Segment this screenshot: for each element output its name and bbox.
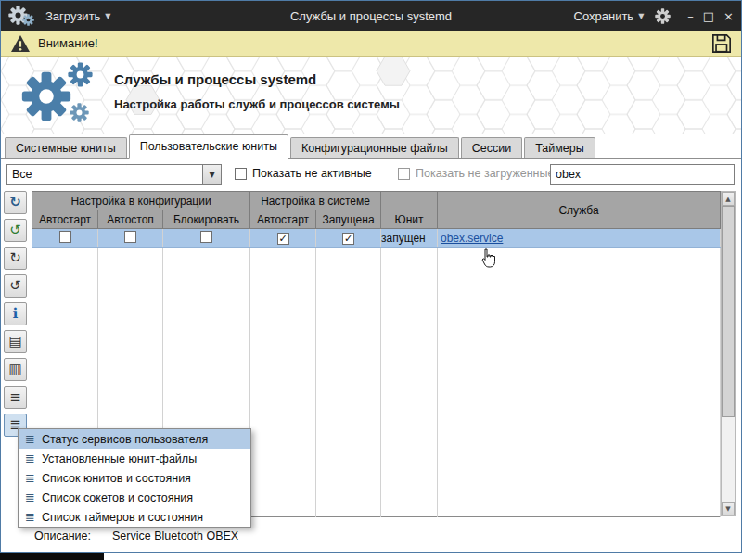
arrow-down-icon: ▼ (725, 505, 730, 513)
list-icon: ≣ (25, 452, 35, 465)
desktop-strip (0, 553, 104, 560)
column-header-autostart-config: Автостарт (32, 210, 98, 229)
scroll-down-button[interactable]: ▼ (722, 502, 735, 515)
description-value: Service Bluetooth OBEX (112, 529, 238, 542)
list-icon: ≣ (25, 491, 35, 503)
edit-unit-button[interactable]: ▥ (4, 358, 27, 381)
app-gears-icon (8, 5, 36, 27)
autostart-config-checkbox[interactable] (59, 231, 71, 243)
page-title: Службы и процессы systemd (114, 71, 400, 87)
group-header-empty (381, 192, 438, 210)
vertical-scrollbar[interactable]: ▲ ▼ (721, 191, 736, 516)
menu-item-units-list[interactable]: ≣ Список юнитов и состояния (19, 468, 250, 488)
settings-gear-icon[interactable] (655, 8, 671, 24)
chevron-down-icon: ▼ (638, 12, 644, 20)
autostart-system-checkbox[interactable] (277, 233, 289, 245)
column-header-autostart-system: Автостарт (250, 210, 316, 229)
undo-button[interactable]: ↺ (4, 274, 27, 298)
arrow-up-icon: ▲ (725, 196, 730, 203)
autostop-checkbox[interactable] (124, 231, 136, 243)
checkbox-box[interactable] (398, 168, 410, 180)
tab-timers[interactable]: Таймеры (524, 137, 595, 158)
page-subtitle: Настройка работы служб и процессов систе… (114, 97, 400, 111)
save-button[interactable]: Сохранить ▼ (574, 9, 645, 23)
list-icon: ≣ (25, 511, 35, 523)
undo-icon: ↺ (9, 279, 21, 293)
menu-item-sockets-list[interactable]: ≣ Список сокетов и состояния (19, 488, 250, 507)
menu-item-installed-unit-files[interactable]: ≣ Установленные юнит-файлы (19, 449, 250, 468)
status-context-menu: ≣ Статус сервисов пользователя ≣ Установ… (18, 428, 251, 528)
list-icon: ≣ (25, 472, 35, 484)
description-label: Описание: (34, 529, 112, 542)
checkbox-label: Показать не загруженные (416, 167, 554, 180)
start-button[interactable]: ↻ (4, 247, 27, 270)
show-inactive-checkbox[interactable]: Показать не активные (235, 167, 372, 180)
scope-dropdown-value: Все (7, 168, 202, 181)
column-header-block: Блокировать (163, 210, 250, 229)
show-unloaded-checkbox[interactable]: Показать не загруженные (398, 167, 554, 180)
checkbox-box[interactable] (235, 168, 247, 180)
chevron-down-icon: ▼ (105, 12, 110, 20)
info-icon: ℹ (13, 307, 19, 321)
app-window: Службы и процессы systemd Загрузить ▼ Со… (0, 0, 742, 553)
list-icon: ≡ (9, 390, 21, 404)
column-header-autostop: Автостоп (98, 210, 163, 229)
scope-dropdown[interactable]: Все ▼ (6, 164, 222, 185)
hero-gears-icon (21, 62, 110, 131)
group-header-system: Настройка в системе (250, 192, 381, 210)
scrollbar-track[interactable] (722, 417, 735, 502)
running-checkbox[interactable] (342, 233, 354, 245)
menu-item-user-services-status[interactable]: ≣ Статус сервисов пользователя (19, 429, 250, 449)
refresh-button[interactable]: ↻ (4, 191, 27, 214)
group-header-config: Настройка в конфигурации (32, 192, 250, 210)
dropdown-button[interactable]: ▼ (202, 165, 221, 184)
tab-user-units[interactable]: Пользовательские юниты (129, 134, 288, 159)
tab-bar: Системные юниты Пользовательские юниты К… (1, 134, 741, 159)
table-row[interactable]: запущен obex.service (32, 229, 721, 248)
desktop: Службы и процессы systemd Загрузить ▼ Со… (0, 0, 742, 560)
save-file-button[interactable] (711, 33, 732, 54)
restart-button[interactable]: ↺ (4, 219, 27, 242)
refresh-icon: ↻ (9, 196, 21, 210)
tab-config-files[interactable]: Конфигурационные файлы (290, 137, 459, 158)
search-input[interactable] (550, 164, 735, 185)
info-button[interactable]: ℹ (4, 302, 27, 325)
titlebar: Службы и процессы systemd Загрузить ▼ Со… (1, 1, 741, 31)
document-icon: ▤ (8, 335, 21, 349)
page-header: Службы и процессы systemd Настройка рабо… (1, 57, 741, 134)
scrollbar-thumb[interactable] (722, 206, 735, 417)
column-header-running: Запущена (316, 210, 381, 229)
unit-state-cell: запущен (381, 229, 438, 248)
tab-sessions[interactable]: Сессии (461, 137, 522, 158)
description-row: Описание: Service Bluetooth OBEX (34, 529, 238, 542)
column-header-unit: Юнит (381, 210, 438, 229)
scroll-up-button[interactable]: ▲ (722, 192, 735, 206)
hand-cursor-icon (480, 248, 495, 268)
menu-item-timers-list[interactable]: ≣ Список таймеров и состояния (19, 507, 250, 527)
checkbox-label: Показать не активные (252, 167, 372, 180)
close-button[interactable]: × (723, 10, 734, 22)
warning-icon (10, 34, 31, 53)
minimize-button[interactable]: – (687, 10, 694, 22)
service-link[interactable]: obex.service (438, 232, 503, 245)
chevron-down-icon: ▼ (209, 171, 214, 179)
warning-text: Внимание! (38, 36, 98, 50)
side-toolbar: ↻ ↺ ↻ ↺ ℹ ▤ ▥ ≡ ≣ (4, 191, 29, 437)
list-icon: ≣ (25, 433, 35, 445)
restart-icon: ↺ (9, 223, 21, 237)
column-header-service: Служба (438, 192, 721, 229)
maximize-button[interactable]: □ (703, 10, 714, 22)
floppy-icon (711, 33, 732, 54)
block-checkbox[interactable] (200, 231, 212, 243)
start-icon: ↻ (9, 251, 21, 265)
tab-system-units[interactable]: Системные юниты (5, 137, 127, 158)
warning-bar: Внимание! (1, 31, 741, 57)
document-edit-icon: ▥ (8, 363, 21, 376)
list-button[interactable]: ≡ (4, 386, 27, 409)
log-button[interactable]: ▤ (4, 330, 27, 353)
load-button[interactable]: Загрузить ▼ (45, 9, 111, 23)
